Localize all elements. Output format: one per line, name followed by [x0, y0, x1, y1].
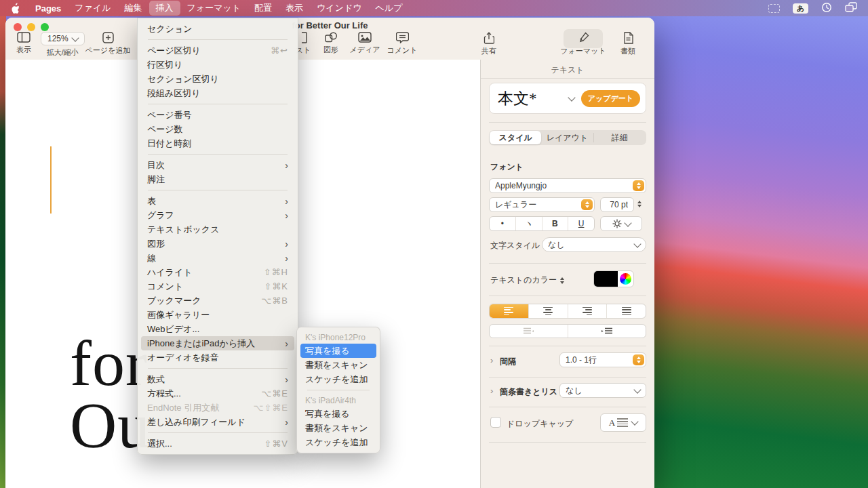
menubar-item-arrange[interactable]: 配置 — [248, 1, 279, 16]
menubar-item-format[interactable]: フォーマット — [180, 1, 248, 16]
underline-button[interactable]: U — [568, 217, 594, 230]
menu-item[interactable]: 方程式...⌥⌘E — [141, 386, 294, 401]
color-wheel-icon[interactable] — [620, 273, 631, 285]
tab-style[interactable]: スタイル — [490, 131, 541, 144]
font-weight-dropdown[interactable]: レギュラー — [489, 197, 595, 212]
paragraph-style-name: 本文* — [498, 88, 569, 109]
outdent-button[interactable] — [490, 325, 568, 338]
menu-item[interactable]: 行区切り — [141, 58, 294, 72]
disclosure-chevron-icon[interactable]: › — [490, 386, 493, 396]
apple-menu-icon[interactable] — [0, 3, 28, 14]
menu-item[interactable]: 画像ギャラリー — [141, 308, 294, 322]
indent-button[interactable] — [568, 325, 646, 338]
tab-more[interactable]: 詳細 — [594, 131, 646, 144]
menubar-item-help[interactable]: ヘルプ — [369, 1, 410, 16]
color-swatch-black[interactable] — [594, 271, 618, 287]
font-size-stepper[interactable] — [637, 201, 642, 207]
menubar-item-file[interactable]: ファイル — [68, 1, 117, 16]
divider — [148, 154, 288, 155]
menubar-item-edit[interactable]: 編集 — [118, 1, 149, 16]
paragraph-style-selector[interactable]: 本文* アップデート — [489, 83, 646, 114]
text-color-well[interactable] — [593, 270, 634, 287]
comment-button[interactable]: コメント — [384, 32, 420, 56]
zoom-control[interactable]: 125% 拡大/縮小 — [41, 32, 85, 58]
close-window-button[interactable] — [14, 23, 22, 31]
menu-item[interactable]: ページ区切り⌘↩ — [141, 43, 294, 58]
menubar-item-view[interactable]: 表示 — [279, 1, 310, 16]
submenu-item-scan-documents[interactable]: 書類をスキャン — [300, 358, 376, 372]
menu-item[interactable]: 数式› — [141, 372, 294, 386]
char-style-dropdown[interactable]: なし — [542, 237, 646, 252]
menu-item[interactable]: 表› — [141, 194, 294, 208]
dropcap-checkbox[interactable] — [490, 417, 501, 428]
sidebar-header: テキスト — [481, 64, 654, 76]
menu-item[interactable]: 差し込み印刷フィールド› — [141, 415, 294, 429]
submenu-item-add-sketch[interactable]: スケッチを追加 — [300, 435, 376, 449]
menu-item[interactable]: 脚注 — [141, 172, 294, 186]
advanced-options-button[interactable] — [600, 216, 642, 231]
menu-item[interactable]: テキストボックス — [141, 222, 294, 237]
view-label: 表示 — [16, 45, 31, 55]
spacing-dropdown[interactable]: 1.0 - 1行 — [559, 352, 646, 367]
font-family-dropdown[interactable]: AppleMyungjo — [489, 178, 646, 193]
format-button[interactable]: フォーマット — [560, 32, 606, 56]
menubar-item-pages[interactable]: Pages — [28, 2, 68, 15]
menu-item[interactable]: 段組み区切り — [141, 86, 294, 100]
align-left-button[interactable] — [490, 304, 528, 318]
update-style-button[interactable]: アップデート — [581, 90, 640, 107]
menu-item[interactable]: グラフ› — [141, 208, 294, 222]
menu-item[interactable]: セクション区切り — [141, 72, 294, 86]
menu-item[interactable]: ブックマーク⌥⌘B — [141, 293, 294, 308]
menu-item[interactable]: Webビデオ... — [141, 322, 294, 336]
align-center-button[interactable] — [528, 304, 568, 318]
input-method-icon[interactable]: あ — [793, 3, 808, 14]
bold-button[interactable]: • — [490, 217, 515, 230]
disclosure-chevron-icon[interactable]: › — [490, 355, 493, 365]
menu-item[interactable]: ハイライト⇧⌘H — [141, 265, 294, 279]
menu-item[interactable]: ページ番号 — [141, 108, 294, 122]
menu-item[interactable]: ページ数 — [141, 122, 294, 136]
submenu-arrow-icon: › — [285, 211, 288, 220]
dropcap-style-dropdown[interactable]: A — [600, 413, 646, 432]
align-right-button[interactable] — [568, 304, 607, 318]
submenu-item-take-photo[interactable]: 写真を撮る — [300, 344, 376, 358]
stepper-icon — [633, 354, 644, 365]
submenu-item-take-photo[interactable]: 写真を撮る — [300, 407, 376, 421]
sidebar-tabs: スタイル レイアウト 詳細 — [489, 130, 646, 145]
zoom-label: 拡大/縮小 — [47, 47, 79, 58]
menu-item[interactable]: コメント⇧⌘K — [141, 279, 294, 293]
share-button[interactable]: 共有 — [476, 32, 502, 56]
bold-b-button[interactable]: B — [542, 217, 568, 230]
zoom-window-button[interactable] — [41, 23, 49, 31]
view-button[interactable]: 表示 — [11, 32, 37, 55]
media-button[interactable]: メディア — [348, 32, 382, 55]
italic-button[interactable]: ヽ — [515, 217, 542, 230]
menu-item[interactable]: セクション — [141, 22, 294, 36]
menu-item[interactable]: 選択...⇧⌘V — [141, 436, 294, 451]
tab-layout[interactable]: レイアウト — [541, 131, 593, 144]
font-section-label: フォント — [490, 161, 524, 173]
submenu-item-scan-documents[interactable]: 書類をスキャン — [300, 421, 376, 435]
menu-item[interactable]: オーディオを録音 — [141, 350, 294, 365]
stage-manager-icon[interactable] — [845, 2, 857, 14]
divider — [148, 104, 288, 104]
font-size-field[interactable]: 70 pt — [600, 197, 634, 212]
menu-item[interactable]: 目次› — [141, 158, 294, 172]
divider — [148, 432, 288, 433]
divider — [489, 263, 646, 264]
add-page-button[interactable]: ページを追加 — [85, 32, 130, 56]
submenu-item-add-sketch[interactable]: スケッチを追加 — [300, 372, 376, 386]
menu-item[interactable]: 線› — [141, 251, 294, 265]
time-machine-icon[interactable] — [821, 2, 832, 15]
align-justify-button[interactable] — [606, 304, 646, 318]
menu-item-insert-from-iphone-ipad[interactable]: iPhoneまたはiPadから挿入› — [141, 336, 294, 350]
menu-item[interactable]: 日付と時刻 — [141, 136, 294, 150]
screen-capture-icon[interactable] — [768, 4, 780, 13]
menubar-item-insert[interactable]: 挿入 — [149, 1, 180, 16]
menubar-item-window[interactable]: ウインドウ — [310, 1, 369, 16]
document-settings-button[interactable]: 書類 — [614, 32, 642, 56]
minimize-window-button[interactable] — [27, 23, 35, 31]
bullets-lists-dropdown[interactable]: なし — [559, 383, 646, 398]
menu-item[interactable]: 図形› — [141, 237, 294, 251]
shapes-button[interactable]: 図形 — [318, 32, 344, 55]
